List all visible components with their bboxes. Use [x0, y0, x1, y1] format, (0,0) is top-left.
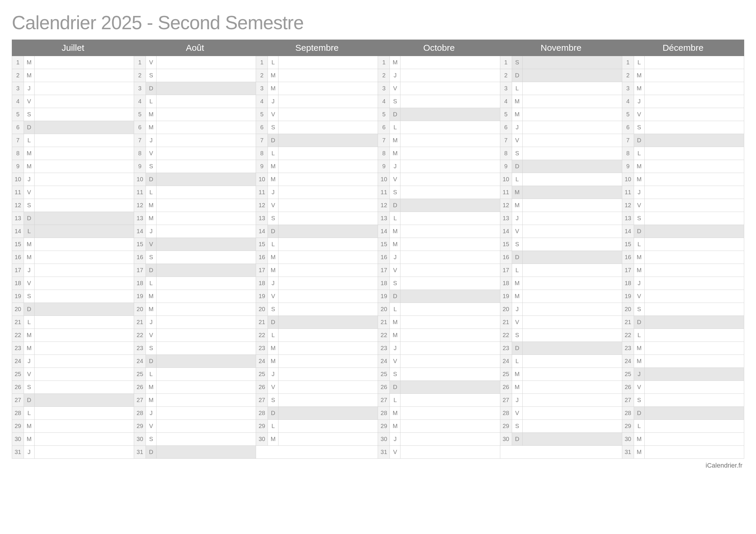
day-number: 16: [134, 251, 146, 264]
day-weekday: J: [390, 160, 400, 173]
day-number: 30: [256, 433, 268, 445]
day-note-space: [279, 199, 378, 212]
day-cell: 1L: [622, 56, 744, 69]
day-cell: 6D: [12, 121, 134, 134]
day-cell: 20M: [134, 303, 256, 316]
day-weekday: S: [634, 394, 645, 407]
day-cell: 19M: [500, 290, 622, 303]
day-weekday: M: [512, 290, 523, 303]
day-weekday: D: [146, 446, 156, 458]
day-number: 24: [500, 355, 512, 367]
day-weekday: V: [390, 446, 400, 458]
day-number: 18: [134, 277, 146, 290]
day-number: 1: [622, 56, 634, 69]
month-header-row: JuilletAoûtSeptembreOctobreNovembreDécem…: [12, 40, 744, 56]
day-weekday: L: [24, 134, 35, 147]
day-cell: 23M: [256, 342, 378, 355]
day-note-space: [156, 342, 256, 355]
day-note-space: [400, 394, 500, 407]
day-note-space: [645, 69, 744, 82]
day-weekday: S: [512, 329, 523, 341]
day-cell: 4L: [134, 95, 256, 108]
day-note-space: [35, 277, 134, 290]
day-cell: 17D: [134, 264, 256, 277]
day-weekday: S: [512, 147, 523, 160]
day-note-space: [279, 225, 378, 238]
day-weekday: J: [268, 186, 279, 199]
day-weekday: V: [512, 316, 523, 329]
day-number: 6: [12, 121, 24, 134]
day-note-space: [523, 433, 622, 445]
day-cell: 18J: [256, 277, 378, 290]
day-cell: 21L: [12, 316, 134, 329]
day-number: 24: [134, 355, 146, 367]
day-number: 12: [12, 199, 24, 212]
day-note-space: [279, 355, 378, 367]
day-weekday: J: [24, 355, 35, 367]
day-cell: 26S: [12, 381, 134, 394]
day-note-space: [400, 121, 500, 134]
day-weekday: M: [268, 69, 279, 82]
day-number: 25: [12, 368, 24, 381]
day-weekday: M: [390, 147, 400, 160]
day-weekday: M: [24, 56, 35, 69]
day-cell: 30D: [500, 433, 622, 446]
day-cell: 13D: [12, 212, 134, 225]
day-cell: 30J: [378, 433, 500, 446]
day-weekday: M: [24, 69, 35, 82]
day-weekday: D: [146, 264, 156, 277]
day-cell: 25S: [378, 368, 500, 381]
day-note-space: [400, 69, 500, 82]
day-weekday: D: [268, 134, 279, 147]
day-cell: 20S: [622, 303, 744, 316]
day-weekday: V: [146, 147, 156, 160]
day-row: 5S5M5V5D5M5V: [12, 108, 744, 121]
day-note-space: [156, 316, 256, 329]
day-cell: 1S: [500, 56, 622, 69]
day-number: 23: [12, 342, 24, 355]
day-number: 26: [622, 381, 634, 393]
day-number: 4: [500, 95, 512, 108]
day-note-space: [645, 225, 744, 238]
day-cell: 6M: [134, 121, 256, 134]
day-number: 10: [256, 173, 268, 186]
day-cell: 31V: [378, 446, 500, 459]
day-note-space: [523, 82, 622, 95]
day-weekday: M: [512, 186, 523, 199]
day-cell: 5S: [12, 108, 134, 121]
day-number: 18: [378, 277, 390, 290]
day-number: 4: [256, 95, 268, 108]
day-cell: 4J: [256, 95, 378, 108]
day-weekday: M: [512, 381, 523, 393]
day-number: 9: [256, 160, 268, 173]
day-weekday: M: [24, 342, 35, 355]
day-weekday: S: [390, 277, 400, 290]
day-cell: 28M: [378, 407, 500, 420]
day-note-space: [156, 407, 256, 419]
day-number: 11: [134, 186, 146, 199]
day-number: 27: [256, 394, 268, 407]
day-note-space: [400, 238, 500, 251]
day-weekday: J: [24, 264, 35, 277]
day-weekday: J: [146, 134, 156, 147]
day-number: 22: [12, 329, 24, 341]
day-number: 2: [256, 69, 268, 82]
day-weekday: M: [634, 433, 645, 445]
day-cell: 23D: [500, 342, 622, 355]
day-weekday: S: [24, 381, 35, 393]
day-number: 22: [378, 329, 390, 341]
day-weekday: S: [24, 108, 35, 121]
day-number: 1: [256, 56, 268, 69]
day-weekday: V: [512, 407, 523, 419]
day-note-space: [645, 277, 744, 290]
day-cell: 1M: [12, 56, 134, 69]
day-cell: 20D: [12, 303, 134, 316]
day-number: 6: [622, 121, 634, 134]
day-number: 5: [500, 108, 512, 121]
day-weekday: S: [24, 290, 35, 303]
day-number: 23: [378, 342, 390, 355]
day-number: 27: [12, 394, 24, 407]
day-note-space: [35, 329, 134, 341]
day-cell: 22M: [12, 329, 134, 342]
day-cell: 2D: [500, 69, 622, 82]
